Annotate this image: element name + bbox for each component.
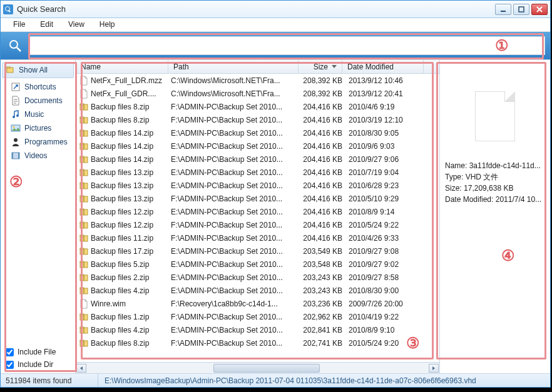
sidebar-show-all-label: Show All xyxy=(19,66,48,74)
svg-line-3 xyxy=(17,48,21,51)
svg-rect-59 xyxy=(83,288,84,294)
sidebar-item-label: Programmes xyxy=(24,138,68,146)
table-row[interactable]: Backup files 12.zipF:\ADMIN-PC\Backup Se… xyxy=(76,218,439,231)
sidebar-item-shortcuts[interactable]: Shortcuts xyxy=(2,80,74,94)
sidebar-item-videos[interactable]: Videos xyxy=(2,149,74,163)
svg-rect-1 xyxy=(519,7,524,12)
col-date[interactable]: Date Modified xyxy=(342,60,424,73)
col-path[interactable]: Path xyxy=(168,60,299,73)
table-row[interactable]: Backup files 8.zipF:\ADMIN-PC\Backup Set… xyxy=(76,100,439,113)
close-button[interactable] xyxy=(531,4,548,15)
cell-name: Backup files 13.zip xyxy=(91,181,171,190)
table-row[interactable]: Backup files 8.zipF:\ADMIN-PC\Backup Set… xyxy=(76,336,439,349)
menubar: File Edit View Help xyxy=(1,18,550,32)
menu-view[interactable]: View xyxy=(61,18,92,31)
table-row[interactable]: Backup files 1.zipF:\ADMIN-PC\Backup Set… xyxy=(76,310,439,323)
table-row[interactable]: Backup files 2.zipE:\ADMIN-PC\Backup Set… xyxy=(76,271,439,284)
table-row[interactable]: Backup files 13.zipE:\ADMIN-PC\Backup Se… xyxy=(76,179,439,192)
table-row[interactable]: Backup files 14.zipE:\ADMIN-PC\Backup Se… xyxy=(76,153,439,166)
table-row[interactable]: NetFx_Full_GDR....C:\Windows\Microsoft.N… xyxy=(76,87,439,100)
include-file-checkbox[interactable]: Include File xyxy=(2,346,74,358)
col-size[interactable]: Size xyxy=(299,60,342,73)
cell-path: C:\Windows\Microsoft.NET\Fra... xyxy=(171,89,301,98)
cell-path: E:\ADMIN-PC\Backup Set 2010... xyxy=(171,208,301,216)
table-row[interactable]: NetFx_Full_LDR.mzzC:\Windows\Microsoft.N… xyxy=(76,74,439,87)
sidebar-item-label: Documents xyxy=(24,96,63,105)
menu-help[interactable]: Help xyxy=(92,18,123,31)
table-row[interactable]: Backup files 14.zipE:\ADMIN-PC\Backup Se… xyxy=(76,126,439,139)
sidebar-item-music[interactable]: Music xyxy=(2,108,74,121)
cell-name: Backup files 14.zip xyxy=(91,129,171,138)
zip-icon xyxy=(78,141,89,151)
sidebar-item-documents[interactable]: Documents xyxy=(2,94,74,108)
zip-icon xyxy=(78,220,89,230)
minimize-button[interactable] xyxy=(495,4,511,15)
list-body[interactable]: NetFx_Full_LDR.mzzC:\Windows\Microsoft.N… xyxy=(76,74,439,362)
zip-icon xyxy=(78,273,89,283)
table-row[interactable]: Backup files 12.zipE:\ADMIN-PC\Backup Se… xyxy=(76,205,439,218)
menu-edit[interactable]: Edit xyxy=(33,18,61,31)
cell-size: 204,416 KB xyxy=(301,221,349,229)
cell-name: Backup files 13.zip xyxy=(91,194,171,203)
cell-name: Backup files 5.zip xyxy=(91,260,171,269)
titlebar: Quick Search xyxy=(1,1,550,18)
cell-name: Backup files 14.zip xyxy=(91,155,171,164)
sidebar-item-label: Music xyxy=(24,110,44,119)
table-row[interactable]: Backup files 13.zipF:\ADMIN-PC\Backup Se… xyxy=(76,192,439,205)
music-icon xyxy=(11,109,21,119)
cell-name: NetFx_Full_LDR.mzz xyxy=(91,76,171,85)
cell-size: 203,549 KB xyxy=(301,247,349,256)
shortcut-icon xyxy=(11,82,21,92)
program-icon xyxy=(11,137,21,147)
sidebar-item-pictures[interactable]: Pictures xyxy=(2,121,74,135)
cell-size: 202,741 KB xyxy=(301,339,349,348)
zip-icon xyxy=(78,115,89,125)
cell-date: 2013/9/12 20:41 xyxy=(349,89,430,98)
scroll-thumb[interactable] xyxy=(213,364,320,373)
maximize-button[interactable] xyxy=(513,4,529,15)
horizontal-scrollbar[interactable] xyxy=(76,362,439,373)
table-row[interactable]: Backup files 13.zipE:\ADMIN-PC\Backup Se… xyxy=(76,166,439,179)
table-row[interactable]: Backup files 14.zipE:\ADMIN-PC\Backup Se… xyxy=(76,139,439,153)
search-icon[interactable] xyxy=(3,34,27,57)
cell-size: 204,416 KB xyxy=(301,181,349,190)
cell-path: C:\Windows\Microsoft.NET\Fra... xyxy=(171,76,301,85)
svg-rect-32 xyxy=(83,170,84,176)
include-file-label: Include File xyxy=(18,348,56,356)
sidebar-item-label: Videos xyxy=(24,151,47,160)
cell-path: E:\ADMIN-PC\Backup Set 2010... xyxy=(171,273,301,282)
table-row[interactable]: Backup files 4.zipE:\ADMIN-PC\Backup Set… xyxy=(76,284,439,297)
include-dir-checkbox[interactable]: Include Dir xyxy=(2,358,74,371)
cell-name: Backup files 12.zip xyxy=(91,208,171,216)
zip-icon xyxy=(78,259,89,269)
scroll-right-icon[interactable] xyxy=(429,364,439,373)
cell-date: 2010/9/27 8:58 xyxy=(349,273,430,282)
cell-size: 204,416 KB xyxy=(301,234,349,243)
search-input[interactable] xyxy=(29,36,545,55)
include-dir-input[interactable] xyxy=(6,361,14,369)
table-row[interactable]: Backup files 5.zipE:\ADMIN-PC\Backup Set… xyxy=(76,258,439,271)
svg-rect-17 xyxy=(83,104,84,110)
svg-rect-38 xyxy=(83,196,84,202)
list-header: Name Path Size Date Modified xyxy=(76,60,439,74)
sidebar-item-programmes[interactable]: Programmes xyxy=(2,135,74,149)
include-file-input[interactable] xyxy=(6,348,14,356)
table-row[interactable]: Backup files 4.zipE:\ADMIN-PC\Backup Set… xyxy=(76,323,439,336)
table-row[interactable]: Winre.wimF:\Recovery\1ca8bb9c-c14d-1...2… xyxy=(76,297,439,310)
table-row[interactable]: Backup files 17.zipE:\ADMIN-PC\Backup Se… xyxy=(76,244,439,258)
table-row[interactable]: Backup files 8.zipF:\ADMIN-PC\Backup Set… xyxy=(76,113,439,126)
svg-rect-62 xyxy=(83,314,84,320)
table-row[interactable]: Backup files 11.zipF:\ADMIN-PC\Backup Se… xyxy=(76,231,439,244)
svg-rect-29 xyxy=(83,157,84,163)
cell-size: 202,841 KB xyxy=(301,326,349,334)
menu-file[interactable]: File xyxy=(6,18,33,31)
sidebar-show-all[interactable]: Show All xyxy=(2,63,74,78)
zip-icon xyxy=(78,102,89,112)
app-title: Quick Search xyxy=(17,4,495,14)
col-name[interactable]: Name xyxy=(76,60,168,73)
cell-path: F:\ADMIN-PC\Backup Set 2010... xyxy=(171,116,301,124)
cell-size: 203,243 KB xyxy=(301,286,349,295)
scroll-left-icon[interactable] xyxy=(76,364,86,373)
cell-path: F:\ADMIN-PC\Backup Set 2010... xyxy=(171,103,301,111)
cell-size: 204,416 KB xyxy=(301,116,349,124)
